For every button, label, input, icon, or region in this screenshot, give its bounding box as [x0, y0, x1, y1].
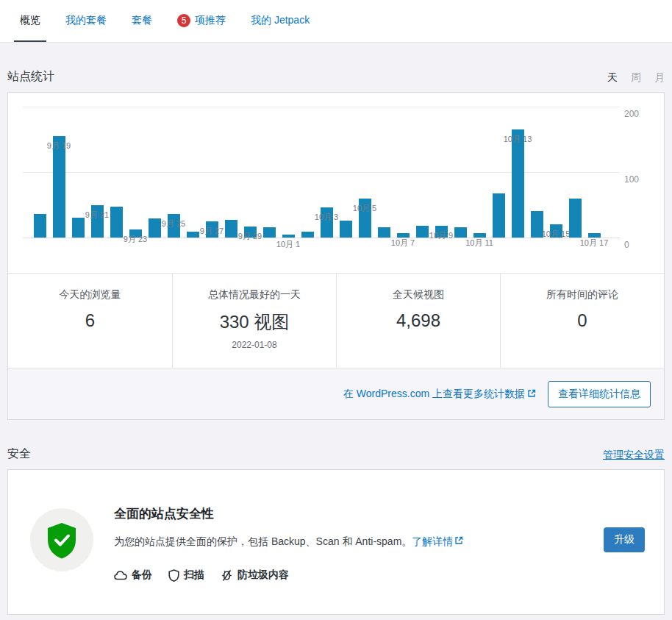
bar-slot [298, 232, 317, 238]
security-section-title: 安全 [7, 446, 31, 462]
stats-footer: 在 WordPress.com 上查看更多统计数据 查看详细统计信息 [8, 368, 664, 419]
summary-cell: 全天候视图4,698 [336, 274, 500, 368]
tab-label: 概览 [20, 14, 40, 27]
antispam-icon [221, 569, 233, 582]
views-bar[interactable] [301, 232, 314, 238]
bar-slot [489, 193, 508, 238]
bar-slot: 10月 11 [470, 233, 489, 238]
views-bar[interactable] [416, 226, 429, 238]
summary-label: 总体情况最好的一天 [179, 288, 330, 302]
chart-plot-area: 01002009月 199月 219月 239月 259月 279月 2910月… [23, 107, 620, 238]
views-bar[interactable] [110, 207, 123, 238]
stats-card: 01002009月 199月 219月 239月 259月 279月 2910月… [7, 92, 665, 420]
views-bar[interactable] [34, 214, 46, 238]
recommendations-count-badge: 5 [177, 14, 190, 27]
view-detailed-stats-button[interactable]: 查看详细统计信息 [548, 381, 651, 407]
period-week[interactable]: 周 [631, 71, 641, 85]
views-bar[interactable] [512, 129, 524, 238]
bar-slot: 9月 21 [87, 205, 107, 238]
upgrade-button[interactable]: 升级 [604, 527, 645, 552]
views-bar[interactable] [569, 199, 582, 238]
bar-slot [260, 227, 279, 238]
x-axis-tick-label: 10月 3 [315, 212, 338, 223]
security-section: 安全 管理安全设置 全面的站点安全性 为您的站点提供全面的保护，包括 Backu… [0, 446, 672, 615]
x-axis-tick-label: 10月 9 [429, 230, 453, 241]
views-bar[interactable] [72, 218, 85, 238]
bar-slot [107, 207, 126, 238]
tab-label: 我的套餐 [65, 14, 107, 27]
bar-slot: 9月 29 [240, 227, 260, 238]
security-section-header: 安全 管理安全设置 [0, 446, 672, 462]
x-axis-tick-label: 9月 29 [238, 231, 262, 242]
bar-slot: 10月 1 [279, 235, 298, 238]
bar-slot: 9月 19 [49, 136, 68, 238]
bar-slot [374, 227, 393, 238]
feature-label: 防垃圾内容 [237, 569, 289, 582]
tab-plans[interactable]: 套餐 [126, 0, 158, 42]
feature-label: 备份 [132, 569, 152, 582]
x-axis-tick-label: 9月 23 [124, 234, 147, 245]
stats-summary-row: 今天的浏览量6总体情况最好的一天330 视图2022-01-08全天候视图4,6… [8, 273, 664, 368]
bar-slot: 10月 15 [546, 224, 565, 238]
tab-my-jetpack[interactable]: 我的 Jetpack [245, 0, 315, 42]
views-bar[interactable] [225, 220, 237, 238]
security-features: 备份扫描防垃圾内容 [114, 569, 583, 582]
bar-slot: 10月 7 [393, 233, 412, 238]
tab-my-plan[interactable]: 我的套餐 [60, 0, 112, 42]
bar-slot [336, 221, 355, 238]
more-stats-link[interactable]: 在 WordPress.com 上查看更多统计数据 [343, 388, 536, 401]
summary-subtext: 2022-01-08 [179, 340, 330, 350]
x-axis-tick-label: 9月 25 [162, 218, 185, 229]
views-bar[interactable] [454, 227, 467, 238]
stats-section-header: 站点统计 天周月 [0, 69, 672, 85]
manage-security-link[interactable]: 管理安全设置 [603, 449, 665, 462]
cloud-icon [114, 570, 127, 580]
summary-cell: 今天的浏览量6 [8, 274, 172, 368]
bar-slot [565, 199, 585, 238]
views-bar[interactable] [263, 227, 276, 238]
views-bar[interactable] [340, 221, 352, 238]
bar-slot: 9月 27 [202, 221, 221, 238]
security-card: 全面的站点安全性 为您的站点提供全面的保护，包括 Backup、Scan 和 A… [7, 469, 665, 615]
summary-value: 4,698 [343, 310, 494, 331]
stats-section-title: 站点统计 [7, 69, 54, 85]
y-axis-tick-label: 200 [624, 109, 654, 119]
feature-防垃圾内容: 防垃圾内容 [221, 569, 289, 582]
gridline-200 [23, 107, 620, 107]
x-axis-tick-label: 10月 17 [580, 238, 609, 249]
views-bar[interactable] [187, 232, 199, 238]
shield-icon [168, 569, 179, 582]
bar-slot: 10月 9 [432, 226, 451, 238]
summary-cell: 总体情况最好的一天330 视图2022-01-08 [172, 274, 336, 368]
bar-slot [451, 227, 470, 238]
tab-overview[interactable]: 概览 [14, 0, 46, 42]
x-axis-tick-label: 10月 7 [391, 238, 415, 249]
x-axis-tick-label: 10月 11 [465, 238, 493, 249]
x-axis-tick-label: 10月 5 [353, 203, 376, 214]
security-card-heading: 全面的站点安全性 [114, 505, 583, 522]
bar-slot: 10月 13 [508, 129, 527, 238]
summary-value: 330 视图 [179, 310, 330, 334]
learn-more-link[interactable]: 了解详情 [412, 534, 463, 549]
security-shield-icon [30, 508, 93, 571]
x-axis-tick-label: 10月 13 [504, 134, 532, 145]
jetpack-dashboard: 概览我的套餐套餐5项推荐我的 Jetpack 站点统计 天周月 01002009… [0, 0, 672, 620]
summary-label: 全天候视图 [343, 288, 494, 302]
summary-label: 今天的浏览量 [14, 288, 166, 302]
gridline-0 [23, 238, 620, 238]
views-bar[interactable] [149, 218, 161, 238]
bar-slot: 10月 5 [355, 199, 374, 238]
views-bar[interactable] [378, 227, 390, 238]
period-day[interactable]: 天 [607, 71, 618, 85]
feature-label: 扫描 [184, 569, 204, 582]
bars-container: 9月 199月 219月 239月 259月 279月 2910月 110月 3… [30, 129, 604, 238]
period-month[interactable]: 月 [654, 71, 665, 85]
external-link-icon [527, 388, 536, 400]
views-bar[interactable] [282, 235, 295, 238]
stats-section: 站点统计 天周月 01002009月 199月 219月 239月 259月 2… [0, 69, 672, 420]
views-bar[interactable] [493, 193, 505, 238]
period-toggle: 天周月 [607, 71, 665, 85]
bar-slot [30, 214, 49, 238]
tab-recommendations[interactable]: 5项推荐 [171, 0, 232, 42]
bar-slot: 10月 17 [585, 233, 604, 238]
